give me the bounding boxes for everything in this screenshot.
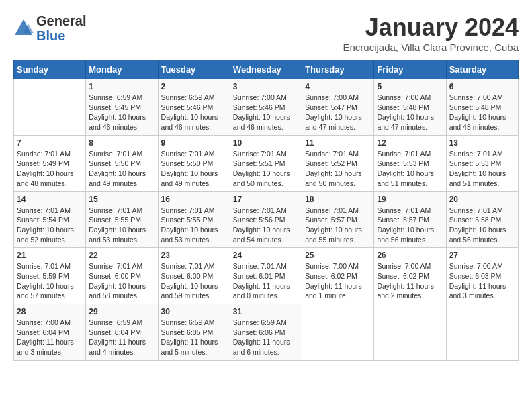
day-info: Sunrise: 7:00 AMSunset: 6:04 PMDaylight:… xyxy=(17,318,83,357)
calendar-cell: 11Sunrise: 7:01 AMSunset: 5:52 PMDayligh… xyxy=(302,135,374,191)
calendar-cell: 29Sunrise: 6:59 AMSunset: 6:04 PMDayligh… xyxy=(86,304,158,361)
logo-general: General xyxy=(36,13,86,28)
header-day-friday: Friday xyxy=(374,60,446,79)
page-header: General Blue January 2024 Encrucijada, V… xyxy=(13,13,519,53)
calendar-cell: 27Sunrise: 7:00 AMSunset: 6:03 PMDayligh… xyxy=(446,248,518,304)
calendar-cell: 8Sunrise: 7:01 AMSunset: 5:50 PMDaylight… xyxy=(86,135,158,191)
calendar-cell: 26Sunrise: 7:00 AMSunset: 6:02 PMDayligh… xyxy=(374,248,446,304)
day-info: Sunrise: 7:01 AMSunset: 5:55 PMDaylight:… xyxy=(161,205,227,245)
calendar-cell: 3Sunrise: 7:00 AMSunset: 5:46 PMDaylight… xyxy=(230,79,302,136)
calendar-cell: 24Sunrise: 7:01 AMSunset: 6:01 PMDayligh… xyxy=(230,248,302,304)
calendar-cell: 2Sunrise: 6:59 AMSunset: 5:46 PMDaylight… xyxy=(158,79,230,136)
calendar-week-row: 7Sunrise: 7:01 AMSunset: 5:49 PMDaylight… xyxy=(14,135,519,191)
month-title: January 2024 xyxy=(343,13,519,42)
day-info: Sunrise: 7:01 AMSunset: 5:58 PMDaylight:… xyxy=(449,205,515,245)
day-number: 19 xyxy=(377,195,443,204)
day-info: Sunrise: 7:01 AMSunset: 5:50 PMDaylight:… xyxy=(89,149,154,189)
calendar-cell: 28Sunrise: 7:00 AMSunset: 6:04 PMDayligh… xyxy=(14,304,86,361)
title-section: January 2024 Encrucijada, Villa Clara Pr… xyxy=(343,13,519,53)
calendar-cell: 21Sunrise: 7:01 AMSunset: 5:59 PMDayligh… xyxy=(14,248,86,304)
calendar-cell xyxy=(374,304,446,361)
day-number: 25 xyxy=(305,250,371,260)
calendar-cell: 25Sunrise: 7:00 AMSunset: 6:02 PMDayligh… xyxy=(302,248,374,304)
logo-icon xyxy=(13,18,34,38)
calendar-cell: 22Sunrise: 7:01 AMSunset: 6:00 PMDayligh… xyxy=(86,248,158,304)
calendar-cell: 7Sunrise: 7:01 AMSunset: 5:49 PMDaylight… xyxy=(14,135,86,191)
day-number: 7 xyxy=(17,138,83,148)
calendar-cell xyxy=(14,79,86,136)
day-number: 16 xyxy=(161,195,227,204)
calendar-week-row: 1Sunrise: 6:59 AMSunset: 5:45 PMDaylight… xyxy=(14,79,519,136)
calendar-cell: 4Sunrise: 7:00 AMSunset: 5:47 PMDaylight… xyxy=(302,79,374,136)
day-info: Sunrise: 7:01 AMSunset: 5:57 PMDaylight:… xyxy=(305,205,371,245)
day-number: 28 xyxy=(17,307,83,316)
calendar-cell: 20Sunrise: 7:01 AMSunset: 5:58 PMDayligh… xyxy=(446,191,518,248)
header-day-wednesday: Wednesday xyxy=(230,60,302,79)
calendar-cell: 14Sunrise: 7:01 AMSunset: 5:54 PMDayligh… xyxy=(14,191,86,248)
header-day-saturday: Saturday xyxy=(446,60,518,79)
day-info: Sunrise: 7:01 AMSunset: 6:00 PMDaylight:… xyxy=(89,261,154,301)
day-info: Sunrise: 6:59 AMSunset: 6:06 PMDaylight:… xyxy=(233,318,299,357)
day-info: Sunrise: 7:00 AMSunset: 5:48 PMDaylight:… xyxy=(449,93,515,132)
day-info: Sunrise: 6:59 AMSunset: 6:04 PMDaylight:… xyxy=(89,318,154,357)
day-number: 5 xyxy=(377,82,443,91)
day-info: Sunrise: 7:00 AMSunset: 5:47 PMDaylight:… xyxy=(305,93,371,132)
calendar-cell: 18Sunrise: 7:01 AMSunset: 5:57 PMDayligh… xyxy=(302,191,374,248)
calendar-cell: 1Sunrise: 6:59 AMSunset: 5:45 PMDaylight… xyxy=(86,79,158,136)
day-number: 18 xyxy=(305,195,371,204)
day-info: Sunrise: 7:01 AMSunset: 5:55 PMDaylight:… xyxy=(89,205,154,245)
day-info: Sunrise: 7:01 AMSunset: 5:51 PMDaylight:… xyxy=(233,149,299,189)
calendar-cell: 23Sunrise: 7:01 AMSunset: 6:00 PMDayligh… xyxy=(158,248,230,304)
day-info: Sunrise: 7:00 AMSunset: 6:02 PMDaylight:… xyxy=(377,261,443,301)
calendar-cell: 17Sunrise: 7:01 AMSunset: 5:56 PMDayligh… xyxy=(230,191,302,248)
day-info: Sunrise: 6:59 AMSunset: 5:45 PMDaylight:… xyxy=(89,93,154,132)
calendar-cell xyxy=(446,304,518,361)
day-info: Sunrise: 7:00 AMSunset: 5:46 PMDaylight:… xyxy=(233,93,299,132)
day-number: 24 xyxy=(233,250,299,260)
day-info: Sunrise: 7:01 AMSunset: 5:50 PMDaylight:… xyxy=(161,149,227,189)
day-number: 26 xyxy=(377,250,443,260)
day-number: 27 xyxy=(449,250,515,260)
calendar-cell: 16Sunrise: 7:01 AMSunset: 5:55 PMDayligh… xyxy=(158,191,230,248)
logo-blue: Blue xyxy=(36,28,65,43)
calendar-header-row: SundayMondayTuesdayWednesdayThursdayFrid… xyxy=(14,60,519,79)
day-number: 6 xyxy=(449,82,515,91)
calendar-cell: 15Sunrise: 7:01 AMSunset: 5:55 PMDayligh… xyxy=(86,191,158,248)
day-number: 23 xyxy=(161,250,227,260)
day-info: Sunrise: 7:01 AMSunset: 5:49 PMDaylight:… xyxy=(17,149,83,189)
logo: General Blue xyxy=(13,13,86,43)
day-number: 12 xyxy=(377,138,443,148)
day-number: 11 xyxy=(305,138,371,148)
day-info: Sunrise: 7:01 AMSunset: 6:00 PMDaylight:… xyxy=(161,261,227,301)
calendar-cell: 10Sunrise: 7:01 AMSunset: 5:51 PMDayligh… xyxy=(230,135,302,191)
day-number: 13 xyxy=(449,138,515,148)
calendar-table: SundayMondayTuesdayWednesdayThursdayFrid… xyxy=(13,60,519,361)
day-number: 9 xyxy=(161,138,227,148)
day-info: Sunrise: 6:59 AMSunset: 5:46 PMDaylight:… xyxy=(161,93,227,132)
day-number: 31 xyxy=(233,307,299,316)
day-number: 21 xyxy=(17,250,83,260)
day-number: 30 xyxy=(161,307,227,316)
day-number: 3 xyxy=(233,82,299,91)
header-day-thursday: Thursday xyxy=(302,60,374,79)
calendar-cell: 30Sunrise: 6:59 AMSunset: 6:05 PMDayligh… xyxy=(158,304,230,361)
logo-text: General Blue xyxy=(36,13,86,43)
calendar-week-row: 21Sunrise: 7:01 AMSunset: 5:59 PMDayligh… xyxy=(14,248,519,304)
day-info: Sunrise: 7:00 AMSunset: 5:48 PMDaylight:… xyxy=(377,93,443,132)
location-subtitle: Encrucijada, Villa Clara Province, Cuba xyxy=(343,42,519,53)
day-number: 1 xyxy=(89,82,154,91)
header-day-monday: Monday xyxy=(86,60,158,79)
day-info: Sunrise: 7:01 AMSunset: 5:54 PMDaylight:… xyxy=(17,205,83,245)
day-info: Sunrise: 7:01 AMSunset: 5:53 PMDaylight:… xyxy=(449,149,515,189)
day-info: Sunrise: 7:01 AMSunset: 5:52 PMDaylight:… xyxy=(305,149,371,189)
header-day-tuesday: Tuesday xyxy=(158,60,230,79)
calendar-cell: 13Sunrise: 7:01 AMSunset: 5:53 PMDayligh… xyxy=(446,135,518,191)
day-info: Sunrise: 6:59 AMSunset: 6:05 PMDaylight:… xyxy=(161,318,227,357)
day-number: 29 xyxy=(89,307,154,316)
day-info: Sunrise: 7:01 AMSunset: 5:57 PMDaylight:… xyxy=(377,205,443,245)
day-number: 17 xyxy=(233,195,299,204)
calendar-cell xyxy=(302,304,374,361)
calendar-cell: 31Sunrise: 6:59 AMSunset: 6:06 PMDayligh… xyxy=(230,304,302,361)
calendar-cell: 5Sunrise: 7:00 AMSunset: 5:48 PMDaylight… xyxy=(374,79,446,136)
day-number: 20 xyxy=(449,195,515,204)
